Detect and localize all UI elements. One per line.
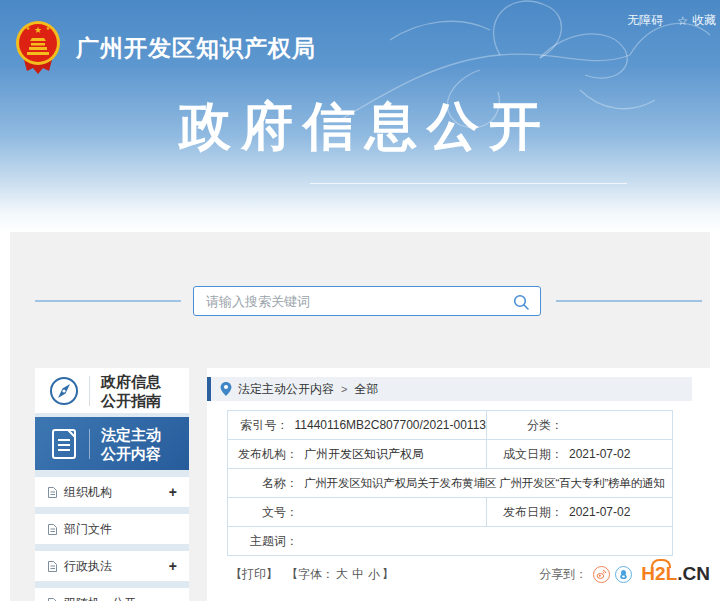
expand-plus: + <box>169 558 177 574</box>
favorite-link[interactable]: ☆ 收藏 <box>677 12 716 29</box>
svg-text:★: ★ <box>46 25 51 31</box>
search-box <box>193 286 541 316</box>
table-row: 索引号： 11440116MB2C807700/2021-00113 分类： <box>228 411 672 440</box>
field-label: 发布机构： <box>228 446 298 463</box>
sidebar-item-organization[interactable]: 组织机构 + <box>35 477 189 507</box>
sidebar: 政府信息公开指南 法定主动公开内容 组织机构 + <box>35 368 189 601</box>
watermark-arc <box>651 559 671 568</box>
national-emblem-icon: ★ ★ ★ <box>14 16 62 76</box>
document-title: 广州开发区知识产权局关于发布黄埔区 广州开发区“百大专利”榜单的通知 <box>304 476 665 491</box>
qq-share-icon[interactable] <box>615 566 632 583</box>
breadcrumb-separator: > <box>341 383 347 395</box>
share-area: 分享到： <box>539 563 710 585</box>
banner-underline <box>310 183 627 184</box>
accessibility-link[interactable]: 无障碍 <box>627 12 663 29</box>
field-label: 发布日期： <box>487 504 563 521</box>
field-label: 成文日期： <box>487 446 563 463</box>
sidebar-item-random-inspection[interactable]: 双随机一公开 <box>35 588 189 601</box>
font-small-button[interactable]: 小 <box>368 567 380 581</box>
field-label: 主题词： <box>228 533 298 550</box>
menu-item-label: 行政执法 <box>64 558 169 575</box>
cell-written-date: 成文日期： 2021-07-02 <box>487 440 672 468</box>
sidebar-item-administrative-enforcement[interactable]: 行政执法 + <box>35 551 189 581</box>
header-banner: 无障碍 ☆ 收藏 ★ ★ ★ 广州开发区知识产权局 政府信息公开 <box>0 0 720 232</box>
field-value: 2021-07-02 <box>569 505 630 519</box>
document-meta-table: 索引号： 11440116MB2C807700/2021-00113 分类： 发… <box>227 410 673 556</box>
star-icon: ☆ <box>677 14 688 28</box>
page: 无障碍 ☆ 收藏 ★ ★ ★ 广州开发区知识产权局 政府信息公开 <box>0 0 720 601</box>
field-value: 广州开发区知识产权局 <box>304 446 424 463</box>
header-top-links: 无障碍 ☆ 收藏 <box>627 12 716 29</box>
sidebar-active-label: 法定主动公开内容 <box>101 425 161 463</box>
cell-agency: 发布机构： 广州开发区知识产权局 <box>228 440 487 468</box>
cell-doc-number: 文号： <box>228 498 487 526</box>
menu-item-label: 部门文件 <box>64 521 177 538</box>
svg-text:★: ★ <box>34 25 42 35</box>
print-button[interactable]: 【打印】 <box>230 566 278 583</box>
compass-icon <box>48 375 80 407</box>
font-large-button[interactable]: 大 <box>336 567 348 581</box>
cell-index: 索引号： 11440116MB2C807700/2021-00113 <box>228 411 487 439</box>
svg-text:★: ★ <box>26 25 31 31</box>
search-icon[interactable] <box>513 294 529 310</box>
sidebar-item-statutory-disclosure[interactable]: 法定主动公开内容 <box>35 417 189 470</box>
breadcrumb-current[interactable]: 全部 <box>354 381 378 398</box>
field-label: 文号： <box>228 504 298 521</box>
menu-item-label: 组织机构 <box>64 484 169 501</box>
weibo-share-icon[interactable] <box>593 566 610 583</box>
field-label: 名称： <box>228 475 298 492</box>
content-panel: 法定主动公开内容 > 全部 索引号： 11440116MB2C807700/20… <box>207 368 710 601</box>
table-row: 文号： 发布日期： 2021-07-02 <box>228 498 672 527</box>
sidebar-item-guide[interactable]: 政府信息公开指南 <box>35 368 189 413</box>
expand-plus: + <box>169 484 177 500</box>
share-label: 分享到： <box>539 566 587 583</box>
cell-publish-date: 发布日期： 2021-07-02 <box>487 498 672 526</box>
right-decorative-line <box>556 300 702 302</box>
location-pin-icon <box>220 381 232 397</box>
cell-category: 分类： <box>487 411 672 439</box>
field-value: 2021-07-02 <box>569 447 630 461</box>
font-label: 【字体： <box>286 567 334 581</box>
page-icon <box>47 560 58 573</box>
search-input[interactable] <box>194 287 540 315</box>
left-decorative-line <box>35 300 181 302</box>
breadcrumb: 法定主动公开内容 > 全部 <box>207 377 692 401</box>
document-icon <box>48 426 80 462</box>
font-size-group: 【字体：大中小】 <box>286 566 394 583</box>
page-icon <box>47 523 58 536</box>
field-label: 分类： <box>487 417 563 434</box>
sidebar-item-department-documents[interactable]: 部门文件 <box>35 514 189 544</box>
page-title: 政府信息公开 <box>0 92 720 162</box>
field-label: 索引号： <box>228 417 289 434</box>
table-row-keywords: 主题词： <box>228 527 672 556</box>
page-icon <box>47 597 58 601</box>
site-title: 广州开发区知识产权局 <box>76 33 316 64</box>
field-value: 11440116MB2C807700/2021-00113 <box>295 418 487 432</box>
divider <box>89 376 90 406</box>
breadcrumb-section[interactable]: 法定主动公开内容 <box>238 381 334 398</box>
menu-item-label: 双随机一公开 <box>64 595 177 601</box>
font-medium-button[interactable]: 中 <box>352 567 364 581</box>
font-label-close: 】 <box>382 567 394 581</box>
document-footer: 【打印】 【字体：大中小】 分享到： <box>207 563 710 585</box>
page-icon <box>47 486 58 499</box>
table-row-title: 名称： 广州开发区知识产权局关于发布黄埔区 广州开发区“百大专利”榜单的通知 <box>228 469 672 498</box>
footer-tools: 【打印】 【字体：大中小】 <box>228 566 394 583</box>
table-row: 发布机构： 广州开发区知识产权局 成文日期： 2021-07-02 <box>228 440 672 469</box>
divider <box>89 429 90 459</box>
sidebar-guide-label: 政府信息公开指南 <box>101 372 161 410</box>
h2l-watermark: H2L.CN <box>641 563 710 585</box>
